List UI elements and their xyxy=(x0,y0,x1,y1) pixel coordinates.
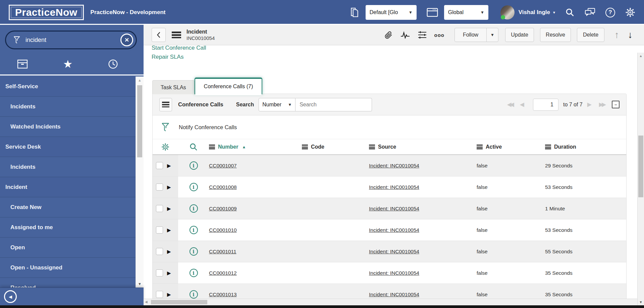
back-button[interactable] xyxy=(152,28,166,42)
tab-task-slas[interactable]: Task SLAs xyxy=(152,80,195,94)
sidebar-nav-item[interactable]: Assigned to me xyxy=(0,217,136,238)
personalize-form-icon[interactable] xyxy=(418,31,427,39)
number-link[interactable]: CC0001012 xyxy=(209,270,237,276)
column-menu-icon[interactable] xyxy=(545,145,551,149)
number-link[interactable]: CC0001008 xyxy=(209,184,237,190)
vertical-scrollbar-thumb[interactable] xyxy=(638,136,643,197)
minimize-list-icon[interactable]: − xyxy=(612,101,620,108)
activity-stream-icon[interactable] xyxy=(400,31,410,39)
related-link-repair-slas[interactable]: Repair SLAs xyxy=(152,52,644,61)
info-icon[interactable]: i xyxy=(190,161,198,170)
row-checkbox[interactable] xyxy=(156,162,163,169)
clear-filter-icon[interactable]: ✕ xyxy=(120,34,133,46)
scroll-up-icon[interactable]: ▲ xyxy=(638,54,644,58)
sidebar-nav-item[interactable]: Open xyxy=(0,238,136,258)
filter-funnel-icon[interactable] xyxy=(161,122,170,133)
row-checkbox[interactable] xyxy=(156,269,163,276)
tab-all-applications[interactable] xyxy=(0,54,45,74)
search-icon[interactable] xyxy=(565,8,575,17)
info-icon[interactable]: i xyxy=(190,204,198,213)
list-breadcrumb[interactable]: Notify Conference Calls xyxy=(179,124,237,131)
column-menu-icon[interactable] xyxy=(369,145,375,149)
help-icon[interactable]: ? xyxy=(605,8,615,17)
row-checkbox[interactable] xyxy=(156,248,163,255)
sidebar-nav-item[interactable]: Incidents xyxy=(0,157,136,177)
application-picker[interactable]: Global ▼ xyxy=(444,5,488,20)
source-link[interactable]: Incident: INC0010054 xyxy=(369,163,419,168)
list-search-input[interactable] xyxy=(296,98,372,111)
chat-icon[interactable] xyxy=(585,8,595,17)
column-header-number[interactable]: Number ▲ xyxy=(209,144,302,150)
number-link[interactable]: CC0001011 xyxy=(209,249,236,254)
scroll-down-icon[interactable]: ▼ xyxy=(638,300,644,304)
column-header-source[interactable]: Source xyxy=(369,144,477,150)
sidebar-scrollbar-thumb[interactable] xyxy=(137,85,142,157)
previous-page-icon[interactable]: ◀ xyxy=(520,101,524,108)
logo[interactable]: PracticeNow xyxy=(9,5,84,20)
play-icon[interactable]: ▶ xyxy=(167,206,171,212)
sidebar-nav-item[interactable]: Incidents xyxy=(0,97,136,117)
number-link[interactable]: CC0001007 xyxy=(209,163,237,168)
collapse-sidebar-button[interactable]: ◀ xyxy=(4,290,17,303)
user-name[interactable]: Vishal Ingle xyxy=(519,9,550,16)
source-link[interactable]: Incident: INC0010054 xyxy=(369,184,419,190)
scroll-down-icon[interactable]: ▼ xyxy=(136,282,144,286)
next-record-icon[interactable]: ↓ xyxy=(628,30,633,40)
row-checkbox[interactable] xyxy=(156,184,163,191)
number-link[interactable]: CC0001013 xyxy=(209,292,237,297)
row-checkbox[interactable] xyxy=(156,291,163,298)
source-link[interactable]: Incident: INC0010054 xyxy=(369,249,419,254)
sidebar-nav-item[interactable]: Create New xyxy=(0,197,136,217)
row-checkbox[interactable] xyxy=(156,205,163,212)
column-menu-icon[interactable] xyxy=(209,145,215,149)
follow-button[interactable]: Follow xyxy=(454,28,487,42)
update-set-picker[interactable]: Default [Glo ▼ xyxy=(366,5,417,20)
more-options-icon[interactable]: ooo xyxy=(434,32,445,38)
last-page-icon[interactable]: ▶▶ xyxy=(599,101,604,108)
personalize-list-gear-icon[interactable] xyxy=(153,143,178,151)
play-icon[interactable]: ▶ xyxy=(167,184,171,190)
sidebar-nav-item[interactable]: Open - Unassigned xyxy=(0,258,136,278)
next-page-icon[interactable]: ▶ xyxy=(587,101,592,108)
record-context-menu-icon[interactable] xyxy=(172,32,181,38)
column-header-code[interactable]: Code xyxy=(302,144,369,150)
sidebar-nav-item[interactable]: Self-Service xyxy=(0,76,136,97)
source-link[interactable]: Incident: INC0010054 xyxy=(369,227,419,233)
row-checkbox[interactable] xyxy=(156,226,163,234)
sidebar-nav-item[interactable]: Resolved xyxy=(0,278,136,288)
delete-button[interactable]: Delete xyxy=(577,28,604,42)
info-icon[interactable]: i xyxy=(190,183,198,191)
list-context-menu-button[interactable] xyxy=(159,98,172,111)
column-menu-icon[interactable] xyxy=(302,145,308,149)
column-menu-icon[interactable] xyxy=(477,145,483,149)
filter-navigator-input[interactable] xyxy=(25,37,136,44)
scroll-up-icon[interactable]: ▲ xyxy=(136,78,144,82)
info-icon[interactable]: i xyxy=(190,290,198,299)
scroll-left-icon[interactable]: ◀ xyxy=(145,300,148,304)
search-field-select[interactable]: Number ▼ xyxy=(259,98,296,111)
play-icon[interactable]: ▶ xyxy=(167,292,171,298)
vertical-scrollbar[interactable]: ▲ ▼ xyxy=(637,53,644,305)
previous-record-icon[interactable]: ↑ xyxy=(614,30,619,40)
resolve-button[interactable]: Resolve xyxy=(540,28,571,42)
sidebar-scrollbar[interactable]: ▲ ▼ xyxy=(136,76,144,288)
play-icon[interactable]: ▶ xyxy=(167,227,171,233)
info-icon[interactable]: i xyxy=(190,269,198,277)
follow-caret-button[interactable]: ▼ xyxy=(486,28,498,42)
gear-icon[interactable] xyxy=(625,7,635,17)
play-icon[interactable]: ▶ xyxy=(167,270,171,276)
tab-favorites[interactable]: ★ xyxy=(45,54,91,74)
tab-history[interactable] xyxy=(90,54,136,74)
play-icon[interactable]: ▶ xyxy=(167,163,171,169)
source-link[interactable]: Incident: INC0010054 xyxy=(369,292,419,297)
user-avatar[interactable] xyxy=(500,5,515,19)
play-icon[interactable]: ▶ xyxy=(167,249,171,255)
number-link[interactable]: CC0001010 xyxy=(209,227,237,233)
page-number-input[interactable] xyxy=(533,99,558,111)
source-link[interactable]: Incident: INC0010054 xyxy=(369,270,419,276)
attachment-icon[interactable] xyxy=(384,31,393,39)
tab-conference-calls[interactable]: Conference Calls (7) xyxy=(195,78,263,94)
list-search-toggle-icon[interactable] xyxy=(178,143,209,151)
info-icon[interactable]: i xyxy=(190,247,198,256)
number-link[interactable]: CC0001009 xyxy=(209,206,237,211)
